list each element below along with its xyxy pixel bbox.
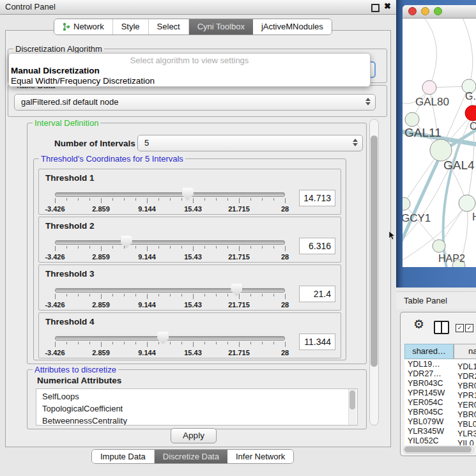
tab-impute-data[interactable]: Impute Data xyxy=(92,450,155,463)
slider-tick-label: 2.859 xyxy=(92,301,110,309)
close-traffic-light[interactable] xyxy=(408,7,417,15)
mouse-cursor xyxy=(389,231,395,243)
algorithm-dropdown-list: Select algorithm to view settings Manual… xyxy=(8,53,371,87)
network-node[interactable] xyxy=(459,195,475,211)
slider-track[interactable] xyxy=(55,336,285,341)
slider-tick xyxy=(147,246,148,251)
network-edge[interactable] xyxy=(422,19,437,88)
minimize-traffic-light[interactable] xyxy=(421,7,429,15)
tab-jactivemnodules[interactable]: jActiveMNodules xyxy=(253,19,332,35)
close-icon[interactable]: ✖ xyxy=(384,1,391,11)
table-row[interactable]: YLR345WYLR3 xyxy=(404,427,476,436)
slider-tick xyxy=(170,198,171,201)
threshold-1-group: Threshold 1 -3.4262.8599.14415.4321.7152… xyxy=(38,169,341,215)
apply-button[interactable]: Apply xyxy=(171,428,217,443)
slider-track[interactable] xyxy=(55,240,285,245)
threshold-3-value-input[interactable] xyxy=(299,286,335,302)
zoom-traffic-light[interactable] xyxy=(434,7,442,15)
tab-select[interactable]: Select xyxy=(149,19,189,35)
number-of-intervals-combo[interactable]: 5 xyxy=(137,135,363,151)
table-row[interactable]: YBR043CYBR0 xyxy=(404,379,476,388)
tab-style[interactable]: Style xyxy=(113,19,149,35)
tab-network[interactable]: Network xyxy=(54,19,113,35)
numerical-attributes-list[interactable]: SelfLoopsTopologicalCoefficientBetweenne… xyxy=(36,388,358,426)
table-column-header-name[interactable]: na xyxy=(454,344,476,359)
threshold-1-value-input[interactable] xyxy=(299,190,335,206)
table-row[interactable]: YDR27…YDR2 xyxy=(404,369,476,379)
table-row[interactable]: YPR145WYPR1 xyxy=(404,388,476,398)
threshold-4-slider[interactable]: -3.4262.8599.14415.4321.71528 xyxy=(55,331,285,355)
slider-tick-label: 15.43 xyxy=(184,253,202,261)
table-cell: YDL19… xyxy=(404,360,454,369)
dropdown-option-manual-discretization[interactable]: Manual Discretization xyxy=(9,66,370,76)
control-panel-titlebar: Control Panel ✖ xyxy=(0,0,396,15)
network-node-label: C xyxy=(470,121,476,132)
numerical-attribute-item[interactable]: SelfLoops xyxy=(42,390,357,403)
slider-tick xyxy=(112,246,113,249)
threshold-1-slider[interactable]: -3.4262.8599.14415.4321.71528 xyxy=(55,187,285,211)
threshold-3-slider[interactable]: -3.4262.8599.14415.4321.71528 xyxy=(55,283,285,307)
slider-tick xyxy=(181,198,182,201)
slider-tick-label: 9.144 xyxy=(138,205,156,213)
slider-tick xyxy=(135,294,136,296)
checkbox-icon[interactable]: ✓ xyxy=(456,324,464,332)
slider-tick xyxy=(227,294,228,296)
table-row[interactable]: YBL079WYBL0 xyxy=(404,417,476,427)
network-edge[interactable] xyxy=(461,19,473,86)
threshold-2-value-input[interactable] xyxy=(299,238,335,254)
slider-track[interactable] xyxy=(55,288,285,293)
numerical-attribute-item[interactable]: BetweennessCentrality xyxy=(42,415,357,426)
network-canvas[interactable]: GAL80G.CGAL11GAL4GCY1HHAP2 xyxy=(403,19,476,267)
slider-tick-label: 9.144 xyxy=(138,253,156,261)
slider-tick xyxy=(101,294,102,299)
tab-cyni-toolbox[interactable]: Cyni Toolbox xyxy=(189,19,253,35)
slider-tick-label: 21.715 xyxy=(228,301,250,309)
group-label: Discretization Algorithm xyxy=(13,44,104,54)
slider-tick xyxy=(66,246,67,249)
slider-tick xyxy=(285,198,286,203)
combo-value: galFiltered.sif default node xyxy=(21,95,118,110)
slider-tick-label: 9.144 xyxy=(138,349,156,357)
slider-tick xyxy=(250,342,251,344)
network-node[interactable] xyxy=(430,139,452,161)
network-node[interactable] xyxy=(433,240,445,252)
slider-tick xyxy=(216,342,217,344)
gear-icon[interactable]: ⚙ xyxy=(413,318,424,331)
network-node[interactable] xyxy=(465,105,476,121)
slider-tick xyxy=(193,342,194,347)
table-row[interactable]: YER054CYER0 xyxy=(404,398,476,408)
attributes-scrollbar-thumb[interactable] xyxy=(349,390,355,410)
slider-tick xyxy=(66,294,67,296)
numerical-attribute-item[interactable]: TopologicalCoefficient xyxy=(42,403,357,415)
table-row[interactable]: YIL052CYIL0 xyxy=(404,436,476,445)
slider-tick-label: 21.715 xyxy=(228,253,250,261)
network-node[interactable] xyxy=(405,112,419,127)
tab-infer-network[interactable]: Infer Network xyxy=(227,450,293,463)
table-horizontal-scrollbar-thumb[interactable] xyxy=(404,447,472,452)
slider-track[interactable] xyxy=(55,192,285,197)
table-row[interactable]: YBR045CYBR0 xyxy=(404,408,476,417)
slider-tick xyxy=(66,198,67,201)
slider-ticks xyxy=(55,342,285,348)
tab-discretize-data[interactable]: Discretize Data xyxy=(155,450,227,463)
network-node[interactable] xyxy=(422,81,436,95)
table-row[interactable]: YDL19…YDL1 xyxy=(404,360,476,369)
settings-scrollbar-thumb[interactable] xyxy=(371,135,378,367)
network-node[interactable] xyxy=(403,197,410,210)
slider-tick xyxy=(273,294,274,296)
columns-icon[interactable] xyxy=(434,321,449,334)
dropdown-option-equal-width-frequency[interactable]: Equal Width/Frequency Discretization xyxy=(9,76,370,86)
float-window-icon[interactable] xyxy=(371,4,380,12)
table-cell: YIL052C xyxy=(404,436,454,445)
threshold-2-slider[interactable]: -3.4262.8599.14415.4321.71528 xyxy=(55,235,285,259)
slider-tick-label: -3.426 xyxy=(45,253,65,261)
threshold-4-group: Threshold 4 -3.4262.8599.14415.4321.7152… xyxy=(38,312,341,358)
slider-tick xyxy=(239,198,240,203)
threshold-4-value-input[interactable] xyxy=(299,334,335,350)
table-column-header-shared[interactable]: shared… xyxy=(404,344,454,359)
slider-tick-label: 15.43 xyxy=(184,349,202,357)
combo-stepper-icon xyxy=(353,139,358,146)
checkbox-icon[interactable]: ✓ xyxy=(465,324,473,332)
table-data-combo[interactable]: galFiltered.sif default node xyxy=(14,94,376,111)
slider-tick xyxy=(124,246,125,249)
